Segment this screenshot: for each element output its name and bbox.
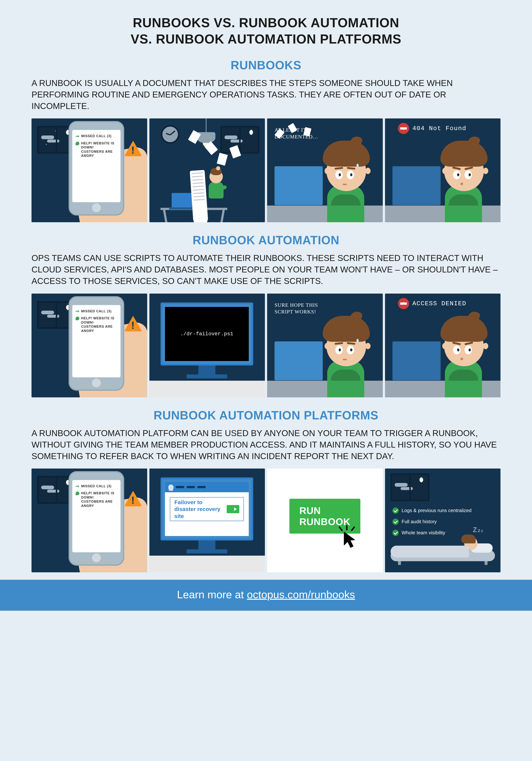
footer-link[interactable]: octopus.com/runbooks [247, 588, 355, 601]
panel-run-button: RUN RUNBOOK [267, 469, 383, 572]
nervous-engineer [320, 318, 375, 397]
run-button-small[interactable] [227, 505, 239, 513]
monitor-back [392, 166, 441, 205]
frustrated-engineer [438, 318, 493, 397]
panel-phone-alert: MISSED CALL (3) HELP! WEBSITE IS DOWN! C… [31, 469, 147, 572]
missed-call-notification: MISSED CALL (3) [76, 484, 117, 488]
warning-icon [124, 316, 142, 331]
runbook-card[interactable]: Failover to disaster recovery site [170, 497, 244, 521]
smartphone: MISSED CALL (3) HELP! WEBSITE IS DOWN! C… [69, 471, 124, 566]
chat-icon [76, 142, 79, 145]
panel-running-script: SURE HOPE THIS SCRIPT WORKS! [267, 294, 383, 397]
platform-strip: MISSED CALL (3) HELP! WEBSITE IS DOWN! C… [31, 469, 501, 572]
help-message-notification: HELP! WEBSITE IS DOWN! CUSTOMERS ARE ANG… [76, 491, 117, 508]
panel-sleep-checklist: Logs & previous runs centralized Full au… [385, 469, 501, 572]
smartphone: MISSED CALL (3) HELP! WEBSITE IS DOWN! C… [69, 121, 124, 215]
section-platform-heading: RUNBOOK AUTOMATION PLATFORMS [31, 408, 501, 422]
panel-octopus-ui: Failover to disaster recovery site [149, 469, 265, 572]
desktop-monitor: ./dr-failover.ps1 [160, 303, 253, 366]
missed-call-icon [76, 310, 79, 313]
bed-sleeping-person [390, 543, 495, 565]
check-icon [392, 507, 399, 514]
speech-caption: SURE HOPE THIS SCRIPT WORKS! [274, 302, 330, 315]
frustrated-engineer [438, 143, 493, 222]
phone-home-button [92, 379, 101, 387]
section-automation-desc: OPS TEAMS CAN USE SCRIPTS TO AUTOMATE TH… [31, 252, 501, 287]
runbooks-strip: MISSED CALL (3) HELP! WEBSITE IS DOWN! C… [31, 118, 501, 222]
warning-icon [124, 491, 142, 506]
check-icon [392, 530, 399, 536]
desktop-monitor: Failover to disaster recovery site [160, 477, 253, 541]
missed-call-notification: MISSED CALL (3) [76, 309, 117, 314]
missed-call-icon [76, 485, 79, 488]
section-runbooks-heading: RUNBOOKS [31, 58, 501, 72]
chat-icon [76, 317, 79, 320]
missed-call-notification: MISSED CALL (3) [76, 134, 117, 138]
no-entry-icon [398, 123, 409, 134]
benefits-checklist: Logs & previous runs centralized Full au… [392, 507, 495, 541]
missed-call-icon [76, 134, 79, 138]
checklist-item: Full audit history [392, 519, 495, 525]
section-platform-desc: A RUNBOOK AUTOMATION PLATFORM CAN BE USE… [31, 427, 501, 462]
sleep-zzz-icon: Zzz [473, 526, 484, 534]
monitor-back [274, 166, 323, 205]
panel-reading-docs: AT LEAST IT'S DOCUMENTED… [267, 118, 383, 222]
panel-desk-papers [149, 118, 265, 222]
app-titlebar [165, 482, 249, 492]
chat-icon [76, 492, 79, 495]
section-runbooks-desc: A RUNBOOK IS USUALLY A DOCUMENT THAT DES… [31, 77, 501, 112]
svg-line-2 [352, 527, 354, 530]
smartphone: MISSED CALL (3) HELP! WEBSITE IS DOWN! C… [69, 296, 124, 391]
error-banner: 404 Not Found [398, 123, 493, 134]
monitor-back [274, 341, 323, 380]
error-text: ACCESS DENIED [412, 300, 466, 307]
error-banner: ACCESS DENIED [398, 298, 493, 309]
help-message-notification: HELP! WEBSITE IS DOWN! CUSTOMERS ARE ANG… [76, 141, 117, 158]
runbook-card-title: Failover to disaster recovery site [174, 499, 223, 520]
terminal-command: ./dr-failover.ps1 [180, 331, 233, 337]
panel-phone-alert: MISSED CALL (3) HELP! WEBSITE IS DOWN! C… [31, 118, 147, 222]
confused-person [205, 170, 227, 207]
no-entry-icon [398, 298, 409, 309]
phone-home-button [92, 554, 101, 562]
error-text: 404 Not Found [412, 125, 466, 132]
worried-engineer [320, 143, 375, 222]
panel-404: 404 Not Found [385, 118, 501, 222]
octopus-logo-icon [168, 485, 173, 490]
automation-strip: MISSED CALL (3) HELP! WEBSITE IS DOWN! C… [31, 294, 501, 397]
svg-line-0 [339, 527, 342, 530]
warning-icon [124, 141, 142, 156]
page-title: RUNBOOKS VS. RUNBOOK AUTOMATION VS. RUNB… [31, 15, 501, 47]
night-window [390, 473, 430, 501]
footer-cta: Learn more at octopus.com/runbooks [0, 580, 532, 611]
section-automation-heading: RUNBOOK AUTOMATION [31, 233, 501, 247]
check-icon [392, 519, 399, 525]
checklist-item: Logs & previous runs centralized [392, 507, 495, 514]
laptop-icon [172, 193, 192, 208]
wall-clock-icon [161, 125, 179, 144]
night-window [220, 126, 259, 154]
monitor-back [392, 341, 441, 380]
panel-access-denied: ACCESS DENIED [385, 294, 501, 397]
panel-phone-alert: MISSED CALL (3) HELP! WEBSITE IS DOWN! C… [31, 294, 147, 397]
cursor-click-icon [336, 525, 358, 550]
phone-home-button [92, 203, 101, 212]
help-message-notification: HELP! WEBSITE IS DOWN! CUSTOMERS ARE ANG… [76, 316, 117, 333]
panel-terminal: ./dr-failover.ps1 [149, 294, 265, 397]
